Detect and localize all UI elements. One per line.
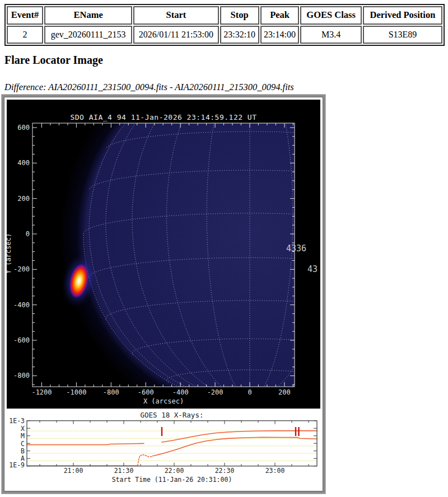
event-table-cell: 23:32:10: [220, 26, 259, 44]
difference-caption: Difference: AIA20260111_231500_0094.fits…: [4, 82, 294, 93]
svg-text:21:30: 21:30: [114, 467, 134, 475]
solar-event-page: Event#ENameStartStopPeakGOES ClassDerive…: [0, 0, 448, 497]
svg-text:-200: -200: [13, 265, 30, 273]
goes-axis-ticks: [27, 421, 317, 466]
svg-text:-600: -600: [13, 336, 30, 344]
active-region-label: 43: [307, 264, 318, 274]
svg-text:M: M: [21, 432, 25, 440]
event-table-cell: 23:14:00: [260, 26, 299, 44]
svg-text:22:30: 22:30: [215, 467, 235, 475]
event-table-header: Event#: [7, 6, 43, 25]
svg-text:0: 0: [248, 388, 251, 396]
aia-yaxis-label: Y (arcsec): [7, 233, 12, 274]
event-table-cell: S13E89: [363, 26, 442, 44]
svg-text:-800: -800: [103, 388, 119, 396]
event-table-cell: M3.4: [300, 26, 362, 44]
svg-text:C: C: [21, 440, 25, 448]
svg-text:-1200: -1200: [31, 388, 52, 396]
goes-series-short-channel-onset: [138, 455, 154, 466]
svg-text:X: X: [21, 425, 25, 433]
aia-xaxis-label: X (arcsec): [143, 397, 184, 405]
svg-text:-800: -800: [13, 372, 30, 379]
svg-text:21:00: 21:00: [64, 467, 83, 475]
svg-text:-200: -200: [207, 388, 223, 396]
svg-text:22:00: 22:00: [165, 467, 184, 475]
svg-text:400: 400: [17, 159, 30, 167]
svg-text:600: 600: [17, 124, 30, 132]
goes-series-long-channel-flare-rise: [162, 431, 317, 442]
svg-text:1E-9: 1E-9: [9, 461, 25, 469]
goes-flux-gridlines: [27, 431, 317, 461]
event-table-cell: 2026/01/11 21:53:00: [133, 26, 218, 44]
aia-difference-image: -1200-1000-800-600-400-20002006004002000…: [7, 100, 320, 409]
event-table-header: GOES Class: [300, 6, 362, 25]
svg-text:0: 0: [26, 230, 30, 238]
event-table-header: Peak: [260, 6, 299, 25]
goes-title: GOES 18 X-Rays:: [141, 411, 204, 419]
svg-text:-600: -600: [138, 388, 154, 396]
goes-series-long-channel-preflare: [27, 443, 144, 444]
event-table-header: Stop: [220, 6, 259, 25]
svg-text:-1000: -1000: [66, 388, 86, 396]
event-table-cell: 2: [7, 26, 43, 44]
aia-title: SDO AIA_4 94 11-Jan-2026 23:14:59.122 UT: [70, 113, 256, 121]
svg-text:23:00: 23:00: [265, 467, 285, 475]
flare-locator-frame: -1200-1000-800-600-400-20002006004002000…: [2, 95, 325, 494]
svg-text:-400: -400: [172, 388, 189, 396]
event-table-header: EName: [44, 6, 132, 25]
svg-text:1E-3: 1E-3: [9, 417, 25, 425]
goes-plot-svg: 1E-3XMCBA1E-921:0021:3022:0022:3023:00 G…: [7, 409, 320, 489]
active-region-label: 4336: [286, 243, 306, 254]
svg-text:B: B: [21, 447, 25, 455]
aia-plot-svg: -1200-1000-800-600-400-20002006004002000…: [7, 100, 320, 409]
event-table-cell: gev_20260111_2153: [44, 26, 132, 44]
event-table-header: Start: [133, 6, 218, 25]
goes-xray-plot: 1E-3XMCBA1E-921:0021:3022:0022:3023:00 G…: [7, 409, 320, 489]
event-table-header: Derived Position: [363, 6, 442, 25]
svg-text:200: 200: [278, 388, 291, 396]
goes-xaxis-label: Start Time (11-Jan-26 20:31:00): [112, 476, 232, 484]
event-table-row: 2gev_20260111_21532026/01/11 21:53:0023:…: [7, 26, 442, 44]
goes-plot-border: [27, 421, 317, 466]
goes-series-short-channel-flare-rise: [155, 437, 317, 456]
flare-locator-heading: Flare Locator Image: [4, 54, 103, 67]
event-table: Event#ENameStartStopPeakGOES ClassDerive…: [4, 4, 445, 46]
svg-text:200: 200: [17, 195, 30, 203]
solar-disk-layer: [57, 100, 320, 409]
svg-text:-400: -400: [13, 301, 30, 309]
